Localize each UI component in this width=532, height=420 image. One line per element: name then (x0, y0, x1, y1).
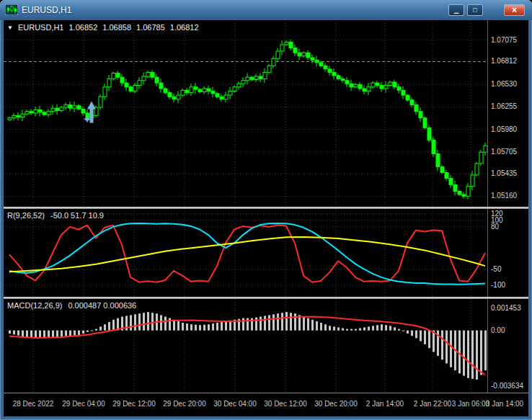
window-icon (5, 4, 18, 15)
r-indicator-name: R(9,26,52) (7, 211, 45, 220)
high-value: 1.06858 (102, 23, 131, 32)
collapse-caret-icon[interactable]: ▼ (7, 24, 13, 31)
r-indicator-chart[interactable] (4, 209, 487, 297)
r-axis-label: 80 (491, 223, 499, 231)
price-label: 1.06255 (491, 102, 517, 111)
current-price-label: 1.06812 (491, 57, 517, 66)
r-indicator-values: -50.0 51.7 10.9 (50, 211, 104, 220)
r-indicator-axis: 12010080-50-100 (487, 209, 528, 297)
r-axis-label: -100 (491, 281, 505, 290)
r-indicator-panel: 12010080-50-100 R(9,26,52) -50.0 51.7 10… (4, 209, 528, 297)
chart-client-area: 1.070751.065301.062551.059801.057051.054… (4, 20, 528, 416)
r-line-fast (9, 225, 485, 282)
macd-histogram (9, 312, 487, 380)
titlebar[interactable]: EURUSD,H1 ▁ □ × (0, 0, 532, 20)
r-axis-label: -50 (491, 265, 501, 274)
price-label: 1.05705 (491, 148, 517, 156)
price-label: 1.05160 (491, 192, 517, 200)
price-label: 1.07075 (491, 36, 517, 45)
close-value: 1.06812 (170, 23, 199, 32)
minimize-button[interactable]: ▁ (448, 4, 464, 16)
price-label: 1.06530 (491, 80, 517, 89)
macd-indicator-label: MACD(12,26,9) 0.000487 0.000636 (7, 301, 136, 310)
maximize-button[interactable]: □ (467, 4, 483, 16)
macd-indicator-values: 0.000487 0.000636 (68, 301, 136, 310)
price-label: 1.05980 (491, 125, 517, 134)
macd-axis-label: -0.003634 (491, 382, 523, 390)
low-value: 1.06785 (136, 23, 165, 32)
chart-window: EURUSD,H1 ▁ □ × 1.070751.065301.062551.0… (0, 0, 532, 420)
macd-panel: 0.0014530.00-0.003634 MACD(12,26,9) 0.00… (4, 299, 528, 393)
r-line-slow (9, 237, 485, 272)
time-label: 3 Jan 14:00 (474, 400, 532, 408)
buy-arrow-icon (84, 102, 96, 123)
macd-indicator-name: MACD(12,26,9) (7, 301, 62, 310)
macd-chart[interactable] (4, 299, 487, 393)
price-axis: 1.070751.065301.062551.059801.057051.054… (487, 20, 528, 207)
open-value: 1.06852 (69, 23, 98, 32)
time-axis: 28 Dec 202229 Dec 04:0029 Dec 12:0029 De… (4, 393, 528, 416)
price-label: 1.05435 (491, 169, 517, 178)
window-title: EURUSD,H1 (22, 5, 71, 15)
macd-axis-label: 0.00 (491, 326, 505, 335)
main-price-chart[interactable] (4, 20, 487, 207)
main-price-panel: 1.070751.065301.062551.059801.057051.054… (4, 20, 528, 207)
macd-axis: 0.0014530.00-0.003634 (487, 299, 528, 393)
symbol-period-label: EURUSD,H1 (18, 23, 64, 32)
r-indicator-label: R(9,26,52) -50.0 51.7 10.9 (7, 211, 104, 220)
ohlc-header: ▼ EURUSD,H1 1.06852 1.06858 1.06785 1.06… (7, 23, 199, 32)
macd-axis-label: 0.001453 (491, 304, 521, 313)
candles-layer (8, 40, 487, 200)
close-button[interactable]: × (504, 4, 525, 16)
